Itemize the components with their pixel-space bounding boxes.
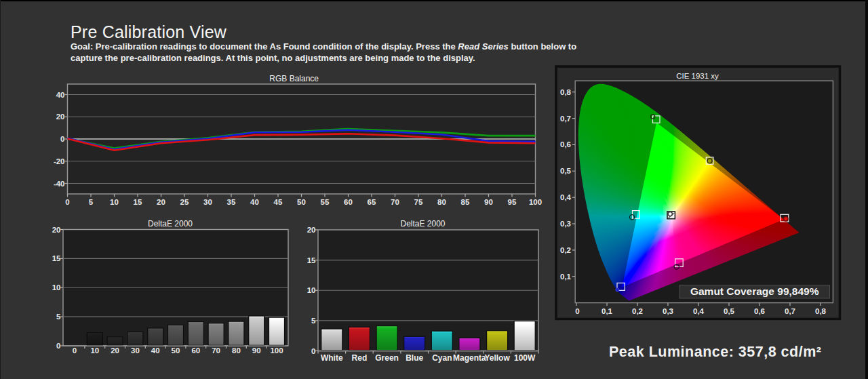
svg-text:0,4: 0,4 [693, 307, 705, 315]
svg-text:0,5: 0,5 [724, 307, 735, 315]
svg-text:0,6: 0,6 [560, 140, 571, 148]
svg-text:0: 0 [575, 307, 579, 315]
svg-text:0,8: 0,8 [815, 307, 827, 315]
svg-text:CIE 1931 xy: CIE 1931 xy [676, 72, 719, 80]
svg-text:0,2: 0,2 [632, 307, 643, 315]
svg-text:0,6: 0,6 [754, 307, 765, 315]
svg-text:Gamut Coverage 99,849%: Gamut Coverage 99,849% [690, 285, 819, 297]
svg-text:0,3: 0,3 [560, 220, 571, 228]
svg-text:0,7: 0,7 [560, 115, 571, 123]
svg-text:0,1: 0,1 [560, 273, 572, 281]
svg-text:0,5: 0,5 [560, 167, 572, 175]
svg-text:0,2: 0,2 [560, 246, 571, 254]
svg-text:0,3: 0,3 [663, 307, 673, 315]
svg-text:0,1: 0,1 [601, 307, 613, 315]
svg-text:0,8: 0,8 [560, 88, 572, 96]
svg-text:0,7: 0,7 [785, 307, 795, 315]
svg-text:0,4: 0,4 [560, 193, 572, 201]
